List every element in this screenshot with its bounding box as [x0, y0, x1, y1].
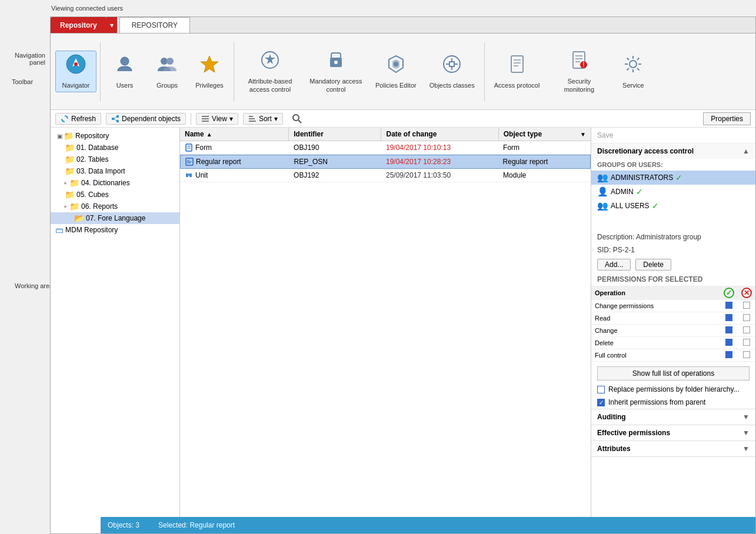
- import-folder-icon: 📁: [65, 166, 75, 176]
- add-button[interactable]: Add...: [597, 259, 631, 271]
- policies-label: Policies Editor: [375, 82, 417, 89]
- replace-perms-checkbox[interactable]: [597, 386, 605, 393]
- navigator-label: Navigator: [62, 82, 89, 89]
- perm-allow-fullcontrol[interactable]: [720, 349, 738, 362]
- ribbon-service[interactable]: Service: [612, 51, 654, 92]
- tree-item-reports[interactable]: + 📁 06. Reports: [51, 201, 179, 212]
- tab-repository-active[interactable]: Repository: [51, 17, 106, 33]
- delete-button[interactable]: Delete: [635, 259, 671, 271]
- perm-deny-read[interactable]: [738, 312, 755, 325]
- admin-check-icon: ✓: [636, 187, 643, 196]
- tree-item-cubes[interactable]: 📁 05. Cubes: [51, 189, 179, 201]
- perm-deny-delete[interactable]: [738, 337, 755, 349]
- effective-perms-section[interactable]: Effective permissions ▼: [591, 425, 755, 441]
- col-type-filter-icon[interactable]: ▼: [580, 131, 586, 138]
- report-row-icon: [185, 158, 194, 166]
- svg-rect-48: [189, 173, 192, 177]
- search-button[interactable]: [288, 113, 307, 125]
- attributes-section[interactable]: Attributes ▼: [591, 441, 755, 457]
- tab-dropdown-arrow[interactable]: ▾: [106, 17, 117, 33]
- perm-allow-change[interactable]: [720, 325, 738, 337]
- table-row[interactable]: Regular report REP_OSN 19/04/2017 10:28:…: [180, 155, 591, 169]
- tree-root-item[interactable]: ▣ 📁 Repository: [51, 130, 179, 142]
- ribbon-mandatory[interactable]: Mandatory access control: [304, 47, 368, 95]
- svg-rect-38: [186, 144, 192, 151]
- perm-deny-change[interactable]: [738, 325, 755, 337]
- svg-rect-27: [116, 120, 119, 122]
- svg-point-2: [121, 57, 129, 65]
- unit-row-icon: [185, 171, 193, 179]
- show-ops-button[interactable]: Show full list of operations: [597, 366, 750, 381]
- ribbon-attr-access[interactable]: Attribute-based access control: [238, 47, 302, 95]
- root-toggle[interactable]: ▣: [55, 133, 64, 139]
- tree-item-tables[interactable]: 📁 02. Tables: [51, 153, 179, 165]
- tree-item-database[interactable]: 📁 01. Database: [51, 142, 179, 153]
- tree-item-import[interactable]: 📁 03. Data Import: [51, 165, 179, 177]
- ribbon-divider-2: [234, 42, 234, 101]
- perm-col-op: Operation: [591, 286, 720, 300]
- auditing-section[interactable]: Auditing ▼: [591, 409, 755, 425]
- attr-access-label: Attribute-based access control: [244, 78, 297, 93]
- col-type-header[interactable]: Object type ▼: [499, 128, 591, 141]
- navigation-panel: ▣ 📁 Repository 📁 01. Database 📁 02. Tabl…: [51, 128, 180, 532]
- col-id-header[interactable]: Identifier: [289, 128, 381, 141]
- tree-item-dicts[interactable]: + 📁 04. Dictionaries: [51, 177, 179, 189]
- tree-item-forelang[interactable]: 📂 07. Fore Language: [51, 212, 179, 224]
- show-ops-label: Show full list of operations: [632, 369, 714, 378]
- sort-button[interactable]: Sort ▾: [243, 113, 283, 125]
- group-admin-label: ADMIN: [611, 188, 634, 196]
- perm-row-read[interactable]: Read: [591, 312, 755, 325]
- table-row[interactable]: Unit OBJ192 25/09/2017 11:03:50 Module: [180, 169, 591, 182]
- ribbon-navigator[interactable]: Navigator: [55, 51, 96, 92]
- ribbon-users[interactable]: Users: [104, 51, 145, 92]
- ribbon-policies[interactable]: Policies Editor: [369, 51, 422, 92]
- col-date-header[interactable]: Date of change: [381, 128, 498, 141]
- perm-deny-change-perms[interactable]: [738, 300, 755, 312]
- ribbon-divider-1: [100, 42, 101, 101]
- perm-row-change-perms[interactable]: Change permissions: [591, 300, 755, 312]
- replace-perms-row: Replace permissions by folder hierarchy.…: [591, 383, 755, 396]
- perm-op-change-perms: Change permissions: [591, 300, 720, 312]
- svg-rect-47: [186, 173, 188, 177]
- perm-allow-read[interactable]: [720, 312, 738, 325]
- dicts-toggle[interactable]: +: [61, 180, 69, 186]
- tree-item-mdm[interactable]: 🗃 MDM Repository: [51, 224, 179, 236]
- auditing-chevron: ▼: [742, 413, 750, 421]
- desc-label: Description:: [597, 233, 636, 241]
- svg-line-29: [114, 119, 116, 121]
- ribbon-sec-monitor[interactable]: ! Security monitoring: [547, 47, 611, 95]
- properties-button[interactable]: Properties: [703, 112, 751, 125]
- perm-row-change[interactable]: Change: [591, 325, 755, 337]
- reports-toggle[interactable]: +: [61, 203, 69, 210]
- group-item-administrators[interactable]: 👥 ADMINISTRATORS ✓: [591, 171, 755, 185]
- svg-point-12: [394, 62, 398, 66]
- table-row[interactable]: Form OBJ190 19/04/2017 10:10:13 Form: [180, 141, 591, 155]
- svg-line-37: [298, 120, 301, 123]
- svg-rect-25: [112, 118, 114, 120]
- col-name-header[interactable]: Name ▲: [180, 128, 289, 141]
- row-report-id: REP_OSN: [294, 158, 328, 166]
- ribbon-groups[interactable]: Groups: [146, 51, 188, 92]
- perm-deny-fullcontrol[interactable]: [738, 349, 755, 362]
- dependent-objects-button[interactable]: Dependent objects: [106, 113, 186, 125]
- toolbar-sep-1: [191, 113, 191, 125]
- group-item-admin[interactable]: 👤 ADMIN ✓: [591, 185, 755, 199]
- col-name-sort-icon: ▲: [207, 131, 212, 138]
- view-icon: [201, 115, 209, 123]
- inherit-checkbox[interactable]: ✓: [597, 399, 605, 406]
- ribbon-privileges[interactable]: Privileges: [189, 51, 230, 92]
- perm-allow-delete[interactable]: [720, 337, 738, 349]
- refresh-button[interactable]: Refresh: [55, 113, 101, 125]
- ribbon-access-proto[interactable]: Access protocol: [488, 51, 546, 92]
- tab-repository[interactable]: REPOSITORY: [119, 17, 190, 33]
- group-item-allusers[interactable]: 👥 ALL USERS ✓: [591, 199, 755, 213]
- perm-row-delete[interactable]: Delete: [591, 337, 755, 349]
- perm-label-text: PERMISSIONS FOR SELECTED: [597, 275, 702, 283]
- ribbon-obj-classes[interactable]: Objects classes: [424, 51, 481, 92]
- view-button[interactable]: View ▾: [196, 113, 238, 125]
- perm-row-fullcontrol[interactable]: Full control: [591, 349, 755, 362]
- perm-allow-change-perms[interactable]: [720, 300, 738, 312]
- attr-access-icon: [259, 49, 281, 75]
- add-label: Add...: [605, 261, 623, 269]
- dac-header[interactable]: Discretionary access control ▲: [591, 143, 755, 159]
